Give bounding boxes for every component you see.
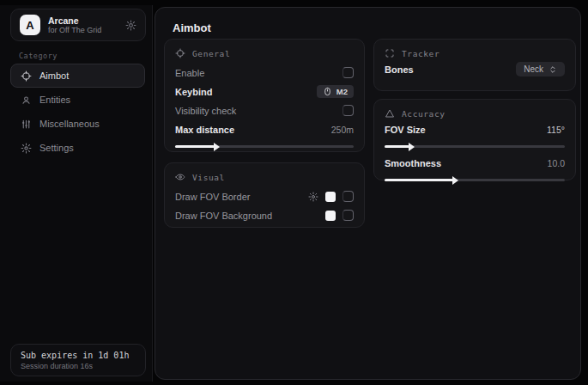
keybind-button[interactable]: M2: [317, 85, 354, 98]
sidebar-nav: Aimbot Entities Miscellaneous: [10, 64, 145, 160]
subscription-status-card: Sub expires in 1d 01h Session duration 1…: [10, 344, 146, 376]
smoothness-value: 10.0: [548, 158, 565, 168]
visibility-check-checkbox[interactable]: [342, 105, 354, 116]
scan-icon: [385, 48, 395, 58]
chevrons-up-down-icon: [549, 65, 557, 74]
general-card-header: General: [175, 48, 354, 58]
sub-expiry-text: Sub expires in 1d 01h: [21, 351, 136, 360]
app-identity: Arcane for Off The Grid: [48, 15, 118, 35]
enable-row: Enable: [175, 64, 354, 82]
category-label: Category: [19, 52, 58, 60]
tracker-card-header: Tracker: [385, 48, 565, 58]
main-panel: Aimbot General Enable Keybind: [155, 7, 581, 380]
keybind-value: M2: [336, 87, 348, 96]
max-distance-value: 250m: [331, 125, 354, 135]
app-name: Arcane: [48, 15, 118, 26]
visibility-check-row: Visibility check: [175, 101, 354, 119]
tracker-card: Tracker Bones Neck: [373, 39, 576, 91]
sidebar-item-label: Aimbot: [39, 70, 69, 81]
smoothness-slider-fill: [385, 179, 453, 181]
page-title: Aimbot: [173, 21, 211, 34]
visibility-check-label: Visibility check: [175, 106, 236, 116]
fov-size-slider-thumb[interactable]: [409, 143, 415, 151]
fov-border-settings-gear-icon[interactable]: [308, 192, 318, 202]
smoothness-row: Smoothness 10.0: [385, 154, 565, 172]
draw-fov-border-row: Draw FOV Border: [175, 187, 354, 205]
fov-background-color-swatch[interactable]: [325, 211, 336, 221]
crosshair-icon: [21, 70, 32, 82]
sidebar-item-miscellaneous[interactable]: Miscellaneous: [10, 112, 145, 136]
logo-card: A Arcane for Off The Grid: [10, 9, 146, 41]
max-distance-label: Max distance: [175, 125, 234, 135]
draw-fov-border-checkbox[interactable]: [342, 191, 354, 202]
max-distance-row: Max distance 250m: [175, 120, 354, 138]
bones-select-button[interactable]: Neck: [516, 62, 565, 76]
draw-fov-background-checkbox[interactable]: [342, 210, 354, 221]
fov-size-slider[interactable]: [385, 145, 565, 148]
app-subtitle: for Off The Grid: [48, 26, 118, 35]
keybind-row: Keybind M2: [175, 82, 354, 101]
bones-label: Bones: [385, 64, 414, 75]
session-duration-text: Session duration 16s: [21, 362, 136, 370]
smoothness-label: Smoothness: [385, 158, 441, 168]
visual-card-header: Visual: [175, 172, 354, 182]
max-distance-slider-fill: [175, 145, 215, 148]
smoothness-slider[interactable]: [385, 179, 565, 181]
enable-checkbox[interactable]: [342, 67, 354, 78]
fov-size-label: FOV Size: [385, 125, 426, 135]
draw-fov-background-row: Draw FOV Background: [175, 206, 354, 224]
accuracy-card: Accuracy FOV Size 115° Smoothness 10.0: [373, 99, 576, 180]
draw-fov-border-label: Draw FOV Border: [175, 192, 250, 202]
fov-size-row: FOV Size 115°: [385, 120, 565, 138]
settings-gear-icon[interactable]: [125, 20, 136, 31]
bones-row: Bones Neck: [385, 60, 565, 78]
max-distance-slider[interactable]: [175, 145, 354, 148]
sidebar-item-settings[interactable]: Settings: [10, 136, 145, 160]
general-card: General Enable Keybind M2 Visibility che…: [164, 39, 365, 152]
enable-label: Enable: [175, 68, 204, 78]
triangle-icon: [385, 108, 395, 119]
general-card-title: General: [192, 49, 230, 58]
fov-size-slider-fill: [385, 145, 409, 148]
app-logo: A: [20, 15, 40, 35]
draw-fov-background-label: Draw FOV Background: [175, 211, 272, 221]
sidebar-item-entities[interactable]: Entities: [10, 88, 145, 112]
sidebar: A Arcane for Off The Grid Category Aimbo…: [0, 5, 153, 382]
mouse-icon: [323, 87, 332, 96]
fov-border-color-swatch[interactable]: [325, 192, 336, 202]
accuracy-card-title: Accuracy: [402, 109, 446, 119]
sidebar-item-label: Entities: [39, 95, 70, 105]
fov-size-value: 115°: [547, 125, 565, 135]
gear-icon: [21, 143, 32, 154]
eye-icon: [175, 172, 185, 182]
visual-card-title: Visual: [192, 173, 225, 182]
bones-selected-value: Neck: [524, 64, 543, 74]
entities-icon: [21, 95, 32, 106]
sliders-icon: [21, 119, 32, 130]
tracker-card-title: Tracker: [402, 49, 439, 58]
visual-card: Visual Draw FOV Border Draw FOV Backgrou…: [164, 162, 365, 228]
max-distance-slider-thumb[interactable]: [214, 143, 220, 151]
keybind-label: Keybind: [175, 87, 212, 97]
sidebar-item-label: Miscellaneous: [39, 119, 100, 129]
sidebar-item-aimbot[interactable]: Aimbot: [10, 64, 145, 88]
smoothness-slider-thumb[interactable]: [452, 176, 458, 185]
crosshair-icon: [175, 48, 185, 58]
sidebar-item-label: Settings: [39, 143, 74, 153]
accuracy-card-header: Accuracy: [385, 108, 565, 119]
